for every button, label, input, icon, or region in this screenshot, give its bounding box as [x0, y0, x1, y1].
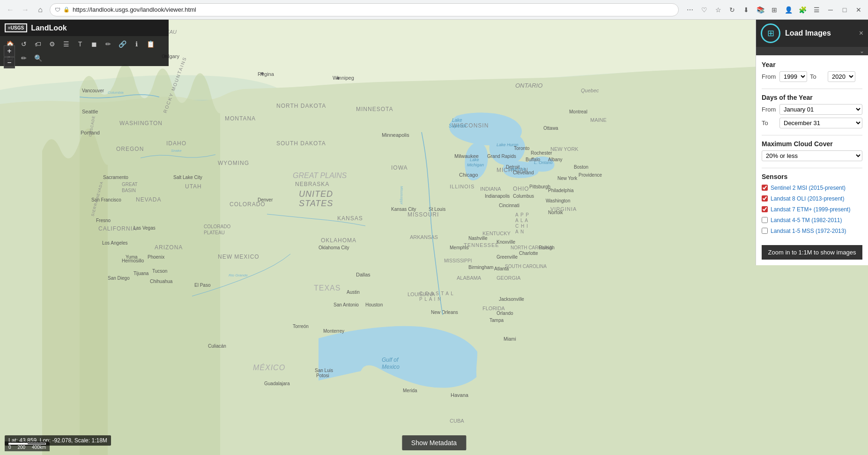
panel-chevron-icon[interactable]: ⌄: [860, 48, 864, 54]
star-icon[interactable]: ☆: [712, 4, 724, 15]
browser-chrome: ← → ⌂ 🛡 🔒 https://landlook.usgs.gov/land…: [0, 0, 868, 20]
svg-text:TENNESSEE: TENNESSEE: [464, 242, 499, 248]
days-to-select[interactable]: December 31 November 30: [779, 118, 862, 128]
lock-icon: 🔒: [63, 7, 70, 13]
svg-text:MAINE: MAINE: [590, 117, 607, 123]
svg-text:New York: New York: [557, 176, 578, 181]
zoom-out-button[interactable]: −: [4, 57, 15, 68]
svg-text:PLATEAU: PLATEAU: [204, 230, 225, 235]
svg-text:IOWA: IOWA: [391, 164, 408, 171]
cloud-divider: [762, 168, 862, 168]
print-tool[interactable]: 📋: [144, 38, 156, 50]
svg-text:A P P: A P P: [515, 212, 529, 217]
home-button[interactable]: ⌂: [34, 3, 47, 16]
draw-tool[interactable]: ✏: [102, 38, 114, 50]
sensor1-link[interactable]: Sentinel 2 MSI (2015-present): [771, 185, 846, 191]
svg-text:Snake: Snake: [171, 149, 182, 153]
sensor4-link[interactable]: Landsat 4-5 TM (1982-2011): [771, 217, 842, 224]
svg-text:UNITED: UNITED: [299, 189, 333, 199]
cloud-section: Maximum Cloud Cover 20% or less 40% or l…: [762, 140, 862, 161]
refresh-icon[interactable]: ↻: [727, 4, 738, 15]
nav-buttons: ← → ⌂: [4, 3, 47, 16]
svg-text:Houston: Houston: [365, 302, 383, 307]
profile-icon[interactable]: 👤: [783, 4, 794, 15]
bookmark-icon[interactable]: ♡: [698, 4, 710, 15]
year-from-select[interactable]: 1999 2000 2010 2015 2020: [779, 71, 807, 82]
tabs-icon[interactable]: ⊞: [769, 4, 780, 15]
minimize-icon[interactable]: ─: [825, 4, 836, 15]
svg-text:El Paso: El Paso: [194, 283, 211, 288]
search-tool[interactable]: 🔍: [32, 52, 44, 64]
sensor2-row: Landsat 8 OLI (2013-present): [762, 194, 862, 202]
tag-tool[interactable]: 🏷: [32, 38, 44, 50]
link-tool[interactable]: 🔗: [116, 38, 128, 50]
svg-text:GREAT: GREAT: [122, 182, 138, 187]
zoom-in-button[interactable]: +: [4, 45, 15, 57]
sensor2-link[interactable]: Landsat 8 OLI (2013-present): [771, 195, 844, 202]
svg-text:L. Ontario: L. Ontario: [534, 160, 553, 165]
svg-text:Boston: Boston: [574, 164, 588, 170]
edit-tool[interactable]: ✏: [18, 52, 30, 64]
days-from-select[interactable]: January 01 February 01 March 01: [779, 104, 862, 115]
scale-label-0: 0: [8, 445, 11, 450]
maximize-icon[interactable]: □: [839, 4, 850, 15]
sensor4-checkbox[interactable]: [762, 217, 768, 223]
sensor2-checkbox[interactable]: [762, 195, 768, 201]
days-from-row: From January 01 February 01 March 01: [762, 104, 862, 115]
zoom-to-show-button[interactable]: Zoom in to 1:1M to show images: [762, 245, 862, 260]
forward-button[interactable]: →: [19, 3, 32, 16]
svg-text:Seattle: Seattle: [82, 109, 98, 114]
reset-tool[interactable]: ↺: [18, 38, 30, 50]
extensions2-icon[interactable]: 🧩: [797, 4, 808, 15]
svg-text:ALABAMA: ALABAMA: [457, 275, 482, 281]
svg-text:KANSAS: KANSAS: [337, 215, 363, 222]
svg-text:Havana: Havana: [451, 392, 469, 398]
map-area[interactable]: FRASER PLATEAU Gulf of Mexico: [0, 20, 868, 455]
toolbar-title-bar: ≡USGS LandLook: [0, 20, 169, 36]
svg-text:Lake Huron: Lake Huron: [497, 142, 519, 147]
days-section: Days of the Year From January 01 Februar…: [762, 94, 862, 128]
svg-text:Michigan: Michigan: [467, 163, 484, 167]
svg-text:Knoxville: Knoxville: [497, 239, 515, 245]
svg-text:NEW MEXICO: NEW MEXICO: [218, 254, 260, 260]
svg-text:Philadelphia: Philadelphia: [548, 188, 574, 193]
svg-text:Tucson: Tucson: [152, 269, 167, 274]
svg-text:OKLAHOMA: OKLAHOMA: [321, 237, 356, 244]
sensor5-checkbox[interactable]: [762, 228, 768, 234]
usgs-logo-text: ≡USGS: [8, 25, 24, 30]
settings-tool[interactable]: ⚙: [46, 38, 58, 50]
bookmarks-icon[interactable]: 📚: [755, 4, 766, 15]
year-to-select[interactable]: 2019 2020 2021: [828, 71, 855, 82]
sensor1-checkbox[interactable]: [762, 185, 768, 191]
fill-tool[interactable]: ◼: [88, 38, 100, 50]
svg-text:Birmingham: Birmingham: [468, 265, 493, 270]
close-window-icon[interactable]: ✕: [853, 4, 864, 15]
svg-text:GEORGIA: GEORGIA: [497, 275, 521, 281]
show-metadata-button[interactable]: Show Metadata: [402, 435, 466, 450]
svg-text:SOUTH CAROLINA: SOUTH CAROLINA: [505, 264, 547, 269]
svg-text:Rio Grande: Rio Grande: [229, 273, 248, 277]
cloud-cover-select[interactable]: 20% or less 40% or less 60% or less 80% …: [762, 150, 862, 161]
svg-text:Las Vegas: Las Vegas: [134, 225, 156, 231]
layers-tool[interactable]: ☰: [60, 38, 72, 50]
panel-close-button[interactable]: ×: [859, 29, 863, 37]
svg-text:Vancouver: Vancouver: [82, 88, 104, 93]
svg-text:Mississippi: Mississippi: [400, 186, 404, 204]
sensor5-link[interactable]: Landsat 1-5 MSS (1972-2013): [771, 228, 846, 234]
download-icon[interactable]: ⬇: [741, 4, 752, 15]
text-tool[interactable]: T: [74, 38, 86, 50]
svg-text:Dallas: Dallas: [356, 272, 371, 277]
address-bar[interactable]: 🛡 🔒 https://landlook.usgs.gov/landlook/v…: [50, 3, 679, 16]
svg-text:Raleigh: Raleigh: [539, 245, 555, 250]
sensor3-link[interactable]: Landsat 7 ETM+ (1999-present): [771, 206, 850, 213]
info-tool[interactable]: ℹ: [130, 38, 142, 50]
menu-icon[interactable]: ☰: [811, 4, 822, 15]
svg-text:Jacksonville: Jacksonville: [499, 297, 524, 302]
image-load-icon: ⊞: [767, 28, 774, 38]
extensions-icon[interactable]: ⋯: [684, 4, 696, 15]
svg-text:C H I: C H I: [515, 224, 528, 229]
back-button[interactable]: ←: [4, 3, 17, 16]
sensor3-checkbox[interactable]: [762, 206, 768, 212]
svg-text:Salt Lake City: Salt Lake City: [173, 175, 202, 180]
sensors-section: Sensors Sentinel 2 MSI (2015-present) La…: [762, 173, 862, 235]
